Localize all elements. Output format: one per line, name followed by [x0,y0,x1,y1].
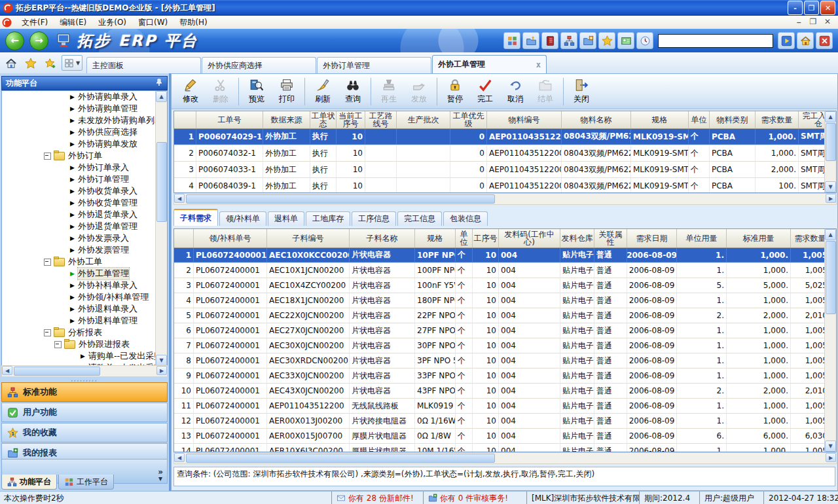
scroll-thumb[interactable] [156,142,167,222]
tree-item-外协发票录入[interactable]: ▶外协发票录入 [2,232,167,244]
tab-主控面板[interactable]: 主控面板 [86,57,201,73]
column-header[interactable]: 子料名称 [350,229,415,247]
panel-用户功能[interactable]: 用户功能 [1,403,168,422]
table-row[interactable]: 2P006074032-1外协加工执行100AEP011043512200-SM… [174,145,836,162]
column-header[interactable]: 单位 [689,111,710,128]
reminder-icon[interactable] [636,32,653,49]
menu-帮[interactable]: 帮助(H) [173,16,213,28]
tree-item-外协退料单管理[interactable]: ▶外协退料单管理 [2,315,167,327]
scroll-down-arrow[interactable]: ▼ [156,355,167,366]
scroll-up-arrow[interactable]: ▲ [156,91,167,102]
tree-item-外协收货单管理[interactable]: ▶外协收货单管理 [2,197,167,209]
expand-icon[interactable] [44,153,51,160]
column-header[interactable]: 发料仓库 [560,229,594,247]
export-icon[interactable] [522,32,539,49]
column-header[interactable]: 需求日期 [627,229,677,247]
mdi-minimize-button[interactable]: － [793,17,804,28]
materials-horizontal-scrollbar[interactable]: ◀ ▶ [173,452,837,464]
table-row[interactable]: 1PL06072400001AEC10X0KCC00200片状电容器10PF N… [174,248,836,263]
table-row[interactable]: 2PL06072400001AEC10X1JCN00200片状电容器100PF … [174,263,836,278]
tree-item-未发放外协请购单列表[interactable]: ▶未发放外协请购单列表 [2,115,167,126]
splitter-handle[interactable]: ,,,,,,,,, [0,376,169,382]
tab-外协工单管理[interactable]: 外协工单管理x [432,55,547,73]
tree-item-外协补料单录入[interactable]: ▶外协补料单录入 [2,279,167,291]
back-button[interactable]: ← [5,31,24,50]
print-button[interactable]: 打印 [272,77,302,107]
tree-item-外协供应商选择[interactable]: ▶外协供应商选择 [2,126,167,138]
detail-tab-子料需求[interactable]: 子料需求 [173,209,218,226]
column-header[interactable]: 发料码(工作中心) [499,229,560,247]
layout-icon[interactable] [503,32,520,49]
tab-外协供应商选择[interactable]: 外协供应商选择 [202,57,316,73]
tree-item-外协跟进报表[interactable]: 外协跟进报表 [2,338,167,350]
address-book-icon[interactable] [541,32,558,49]
table-row[interactable]: 9PL06072400001AEC33X0JCN00200片状电容器33PF N… [174,369,836,384]
close-button[interactable]: ✕ [820,1,835,15]
scroll-thumb[interactable] [14,367,100,376]
panel-标准功能[interactable]: 标准功能 [1,382,168,402]
tree-item-外协订单[interactable]: 外协订单 [2,150,167,162]
preview-button[interactable]: 预览 [242,77,272,107]
table-row[interactable]: 13PL06072400001AER00X015J00700厚膜片状电阻器0Ω … [174,429,836,444]
column-header[interactable]: 领/补料单号 [194,229,267,247]
contact-card-icon[interactable] [617,32,634,49]
column-header[interactable]: 工序号 [473,229,499,247]
tree-horizontal-scrollbar[interactable]: ◀ ▶ [1,365,168,377]
column-header[interactable]: 物料类别 [710,111,756,128]
tree-item-外协领/补料单管理[interactable]: ▶外协领/补料单管理 [2,291,167,303]
orders-horizontal-scrollbar[interactable]: ◀ ▶ [173,193,837,205]
table-row[interactable]: 12PL06072400001AER00X013J00200片状跨接电阻器0Ω … [174,414,836,429]
menu-业[interactable]: 业务(O) [92,16,132,28]
table-row[interactable]: 6PL06072400001AEC27X0JCN00200片状电容器27PF N… [174,323,836,338]
column-header[interactable]: 标准用量 [727,229,791,247]
table-row[interactable]: 14PL06072400001AER10X6J3C00200厚膜片状电阻器10M… [174,444,836,452]
scroll-up-arrow[interactable]: ▲ [825,111,836,122]
menu-窗[interactable]: 窗口(W) [132,16,173,28]
tree-item-外协订单管理[interactable]: ▶外协订单管理 [2,173,167,185]
exit-icon[interactable] [816,32,833,49]
tree-item-请购单--已发出采购[interactable]: ▶请购单--已发出采购 [2,350,167,362]
detail-tab-领/补料单[interactable]: 领/补料单 [219,211,266,226]
column-header[interactable]: 单位用量 [677,229,727,247]
minimize-button[interactable]: - [788,1,803,15]
forward-button[interactable]: → [29,31,48,50]
tree-item-外协退货单管理[interactable]: ▶外协退货单管理 [2,221,167,232]
run-icon[interactable] [778,32,795,49]
detail-tab-工地库存[interactable]: 工地库存 [306,211,350,226]
column-header[interactable]: 单位 [456,229,473,247]
detail-tab-包装信息[interactable]: 包装信息 [443,211,488,226]
complete-button[interactable]: 完工 [470,77,500,107]
tree-item-分析报表[interactable]: 分析报表 [2,327,167,338]
column-header[interactable]: 当前工序号 [337,111,365,128]
favorite-star-icon[interactable] [598,32,615,49]
scroll-thumb[interactable] [186,194,495,204]
table-row[interactable]: 10PL06072400001AEC43X0JCN00200片状电容器43PF … [174,384,836,399]
door-close-button[interactable]: 关闭 [566,77,596,107]
more-panels-button[interactable]: »▾ [158,469,163,482]
scroll-down-arrow[interactable]: ▼ [825,181,836,192]
table-row[interactable]: 3PL06072400001AEC10X4ZCY00200片状电容器100nF … [174,278,836,293]
mdi-close-button[interactable]: ✕ [822,17,833,28]
scroll-down-arrow[interactable]: ▼ [825,441,836,452]
column-header[interactable]: 规格 [415,229,456,247]
tree-item-外协退货单录入[interactable]: ▶外协退货单录入 [2,209,167,221]
scroll-up-arrow[interactable]: ▲ [825,229,836,240]
scroll-right-arrow[interactable]: ▶ [826,194,836,203]
scroll-left-arrow[interactable]: ◀ [174,453,185,462]
table-row[interactable]: 1P006074029-1外协加工执行100AEP011043512200-SM… [174,129,836,145]
menu-编[interactable]: 编辑(E) [54,16,92,28]
expand-icon[interactable] [44,329,51,336]
column-header[interactable]: 物料名称 [562,111,631,128]
table-row[interactable]: 4P006084039-1外协加工执行100AEP011043512200-SM… [174,178,836,193]
tab-外协订单管理[interactable]: 外协订单管理 [317,57,431,73]
column-header[interactable]: 工单状态 [310,111,337,128]
restore-button[interactable]: ❐ [804,1,819,15]
column-header[interactable]: 关联属性 [594,229,627,247]
tree-item-外协订单录入[interactable]: ▶外协订单录入 [2,162,167,173]
add-favorite-icon[interactable] [43,56,58,71]
column-header[interactable]: 生产批次 [397,111,450,128]
column-header[interactable]: 需求数量 [756,111,799,128]
scroll-right-arrow[interactable]: ▶ [156,366,167,375]
org-chart-icon[interactable] [560,32,577,49]
refresh-button[interactable]: 刷新 [308,77,338,107]
